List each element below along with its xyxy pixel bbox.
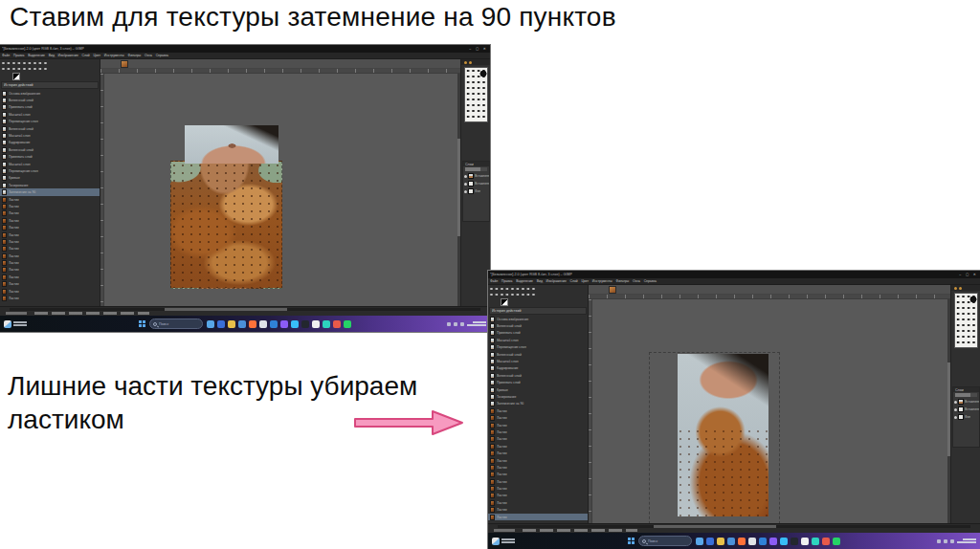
- history-panel-header[interactable]: История действий: [1, 81, 99, 89]
- app-icon[interactable]: [791, 538, 798, 545]
- app-icon[interactable]: [333, 320, 341, 328]
- toolbox-icons[interactable]: [489, 286, 537, 297]
- history-item[interactable]: Привязать слой: [0, 154, 100, 161]
- history-item[interactable]: Ластик: [488, 514, 588, 520]
- zoom-level-indicator[interactable]: [494, 529, 515, 532]
- layer-visibility-icon[interactable]: [464, 190, 467, 193]
- menu-item[interactable]: Правка: [13, 54, 24, 56]
- history-item[interactable]: Ластик: [488, 443, 588, 450]
- image-tab-thumbnail[interactable]: [121, 60, 128, 68]
- history-item[interactable]: Ластик: [488, 428, 588, 435]
- menu-item[interactable]: Слой: [570, 279, 578, 282]
- layers-tab[interactable]: Слои: [463, 162, 489, 166]
- app-icon[interactable]: [228, 320, 235, 328]
- menu-item[interactable]: Файл: [490, 279, 498, 282]
- history-item[interactable]: Вклеенный слой: [0, 146, 100, 153]
- app-icon[interactable]: [291, 320, 299, 328]
- menu-item[interactable]: Правка: [501, 279, 512, 282]
- history-item[interactable]: Масштаб слоя: [0, 161, 100, 167]
- menu-item[interactable]: Вид: [537, 279, 543, 282]
- history-item[interactable]: Тонирование: [488, 393, 588, 400]
- history-item[interactable]: Ластик: [488, 464, 588, 471]
- menu-item[interactable]: Инструменты: [104, 54, 124, 56]
- menu-item[interactable]: Окна: [145, 54, 152, 56]
- minimize-button[interactable]: –: [470, 47, 472, 51]
- tray-arrow-icon[interactable]: [447, 322, 451, 326]
- history-item[interactable]: Ластик: [488, 472, 588, 478]
- window-titlebar[interactable]: *[Безымянное]-2.0 (цвет RGB 8-бит, 3 сло…: [0, 45, 490, 53]
- toolbox-icons[interactable]: [1, 60, 49, 72]
- close-button[interactable]: ✕: [973, 273, 976, 276]
- history-item[interactable]: Ластик: [488, 507, 588, 514]
- start-button[interactable]: [139, 320, 145, 327]
- history-item[interactable]: Кривые: [0, 175, 100, 182]
- history-item[interactable]: Кривые: [488, 386, 588, 393]
- menu-item[interactable]: Инструменты: [592, 279, 612, 282]
- history-item[interactable]: Вклеенный слой: [488, 351, 588, 358]
- app-icon[interactable]: [833, 538, 840, 545]
- app-icon[interactable]: [759, 538, 767, 545]
- history-item[interactable]: Масштаб слоя: [488, 358, 588, 364]
- app-icon[interactable]: [249, 320, 256, 328]
- app-icon[interactable]: [738, 538, 746, 545]
- history-item[interactable]: Ластик: [488, 436, 588, 443]
- menu-item[interactable]: Цвет: [582, 279, 590, 282]
- history-item[interactable]: Ластик: [0, 203, 100, 209]
- history-item[interactable]: Основа изображения: [0, 90, 100, 97]
- history-item[interactable]: Ластик: [0, 196, 100, 203]
- history-item[interactable]: Ластик: [0, 274, 100, 280]
- menu-item[interactable]: Фильтры: [128, 54, 142, 56]
- system-tray[interactable]: [447, 321, 486, 326]
- history-item[interactable]: Ластик: [0, 217, 100, 224]
- opacity-slider[interactable]: [465, 167, 487, 171]
- history-item[interactable]: Ластик: [488, 457, 588, 464]
- system-tray[interactable]: [937, 538, 976, 543]
- layers-tab[interactable]: Слои: [953, 387, 979, 392]
- history-item[interactable]: Затемнение на 90: [488, 401, 588, 407]
- history-item[interactable]: Ластик: [0, 288, 100, 295]
- history-item[interactable]: Вклеенный слой: [0, 125, 100, 132]
- history-item[interactable]: Ластик: [0, 253, 100, 259]
- history-item[interactable]: Ластик: [0, 210, 100, 217]
- history-item[interactable]: Тонирование: [0, 182, 100, 188]
- history-item[interactable]: Ластик: [0, 246, 100, 253]
- layer-row[interactable]: Фон: [953, 413, 979, 421]
- menu-item[interactable]: Справка: [644, 279, 657, 282]
- brushes-palette[interactable]: [464, 67, 488, 122]
- history-item[interactable]: Ластик: [0, 295, 100, 301]
- history-item[interactable]: Ластик: [488, 485, 588, 492]
- app-icon[interactable]: [706, 538, 714, 545]
- maximize-button[interactable]: ▢: [476, 47, 479, 51]
- layer-row[interactable]: Вставленный слой#1: [463, 180, 489, 187]
- network-icon[interactable]: [944, 539, 947, 543]
- menu-item[interactable]: Окна: [633, 279, 640, 282]
- menu-item[interactable]: Фильтры: [616, 279, 630, 282]
- history-item[interactable]: Перемещение слоя: [488, 344, 588, 351]
- history-item[interactable]: Основа изображения: [488, 316, 588, 322]
- layer-visibility-icon[interactable]: [464, 183, 467, 186]
- canvas[interactable]: [100, 59, 460, 306]
- app-icon[interactable]: [769, 538, 777, 545]
- history-item[interactable]: Масштаб слоя: [0, 132, 100, 139]
- history-item[interactable]: Ластик: [0, 259, 100, 266]
- menu-item[interactable]: Выделение: [516, 279, 533, 282]
- app-icon[interactable]: [301, 320, 309, 328]
- app-icon[interactable]: [280, 320, 288, 328]
- canvas-horizontal-scrollbar[interactable]: [498, 525, 970, 528]
- taskbar-clock[interactable]: [957, 538, 976, 543]
- layer-row[interactable]: Вставленный слой#1: [953, 406, 979, 413]
- layer-row[interactable]: Фон: [463, 187, 489, 195]
- history-item[interactable]: Привязать слой: [0, 104, 100, 111]
- layer-row[interactable]: Вставленный слой: [953, 398, 979, 406]
- history-item[interactable]: Перемещение слоя: [0, 167, 100, 174]
- app-icon[interactable]: [801, 538, 809, 545]
- maximize-button[interactable]: ▢: [966, 273, 969, 276]
- taskbar-clock[interactable]: [467, 321, 486, 326]
- dock-tab-icons[interactable]: [461, 59, 490, 65]
- history-item[interactable]: Вклеенный слой: [488, 372, 588, 379]
- history-item[interactable]: Ластик: [488, 407, 588, 414]
- app-icon[interactable]: [270, 320, 278, 328]
- layer-visibility-icon[interactable]: [954, 401, 957, 404]
- history-item[interactable]: Вклеенный слой: [488, 322, 588, 329]
- dock-tab-icons[interactable]: [951, 285, 980, 291]
